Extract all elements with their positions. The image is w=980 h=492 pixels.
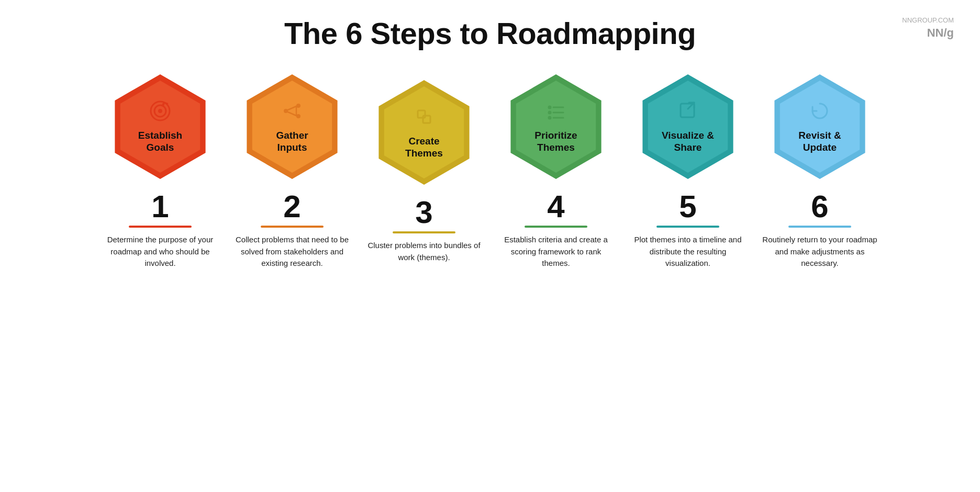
step-number-row-2: 2 (261, 191, 324, 228)
step-number-5: 5 (679, 191, 696, 222)
step-description-5: Plot themes into a timeline and distribu… (630, 234, 745, 270)
step-number-row-3: 3 (393, 197, 455, 233)
step-4: PrioritizeThemes4Establish criteria and … (480, 72, 632, 270)
svg-rect-19 (423, 116, 430, 123)
step-number-1: 1 (151, 191, 169, 222)
svg-line-13 (288, 106, 296, 110)
step-1: EstablishGoals1Determine the purpose of … (84, 72, 236, 270)
step-number-3: 3 (415, 197, 432, 228)
svg-point-10 (284, 109, 288, 113)
scatter-icon (281, 99, 304, 126)
step-label-5: Visualize &Share (662, 130, 714, 154)
steps-row: EstablishGoals1Determine the purpose of … (21, 72, 959, 270)
step-5: Visualize &Share5Plot themes into a time… (612, 72, 764, 270)
step-label-6: Revisit &Update (798, 130, 841, 154)
step-number-row-1: 1 (129, 191, 192, 228)
step-label-1: EstablishGoals (138, 130, 182, 154)
step-number-row-4: 4 (525, 191, 587, 228)
refresh-icon (808, 99, 831, 126)
svg-point-23 (548, 111, 552, 115)
step-description-1: Determine the purpose of your roadmap an… (103, 234, 218, 270)
hex-content-1: EstablishGoals (128, 99, 193, 154)
step-divider-2 (261, 226, 324, 228)
step-2: GatherInputs2Collect problems that need … (216, 72, 368, 270)
step-description-3: Cluster problems into bundles of work (t… (366, 240, 482, 263)
step-divider-4 (525, 226, 587, 228)
step-number-row-6: 6 (788, 191, 851, 228)
step-description-2: Collect problems that need to be solved … (235, 234, 350, 270)
hex-5: Visualize &Share (625, 72, 751, 182)
logo-site: NNGROUP.COM (902, 16, 954, 25)
hex-content-5: Visualize &Share (651, 99, 725, 154)
step-number-2: 2 (283, 191, 300, 222)
step-divider-5 (656, 226, 719, 228)
step-label-2: GatherInputs (276, 130, 308, 154)
step-6: Revisit &Update6Routinely return to your… (744, 72, 896, 270)
svg-line-14 (288, 112, 296, 116)
list-icon (544, 99, 567, 126)
page-title: The 6 Steps to Roadmapping (284, 16, 696, 51)
step-divider-6 (788, 226, 851, 228)
step-divider-1 (129, 226, 192, 228)
logo-area: NNGROUP.COM NN/g (902, 16, 954, 41)
hex-4: PrioritizeThemes (493, 72, 619, 182)
step-number-4: 4 (547, 191, 564, 222)
hex-3: CreateThemes (361, 77, 487, 187)
layers-icon (413, 105, 436, 131)
step-3: CreateThemes3Cluster problems into bundl… (348, 77, 500, 263)
step-number-row-5: 5 (656, 191, 719, 228)
step-divider-3 (393, 231, 455, 233)
svg-point-4 (158, 109, 162, 113)
page-wrapper: NNGROUP.COM NN/g The 6 Steps to Roadmapp… (0, 0, 980, 492)
step-number-6: 6 (811, 191, 828, 222)
hex-content-3: CreateThemes (395, 105, 453, 160)
hex-2: GatherInputs (229, 72, 355, 182)
hex-content-6: Revisit &Update (788, 99, 851, 154)
step-description-6: Routinely return to your roadmap and mak… (762, 234, 877, 270)
step-label-4: PrioritizeThemes (534, 130, 577, 154)
svg-point-22 (548, 106, 552, 109)
svg-rect-18 (418, 110, 425, 118)
hex-content-4: PrioritizeThemes (524, 99, 587, 154)
hex-1: EstablishGoals (97, 72, 223, 182)
hex-content-2: GatherInputs (265, 99, 318, 154)
share-icon (676, 99, 699, 126)
hex-6: Revisit &Update (757, 72, 883, 182)
step-label-3: CreateThemes (405, 136, 443, 160)
target-icon (149, 99, 172, 126)
step-description-4: Establish criteria and create a scoring … (498, 234, 614, 270)
svg-point-24 (548, 116, 552, 120)
logo-brand: NN/g (902, 25, 954, 41)
